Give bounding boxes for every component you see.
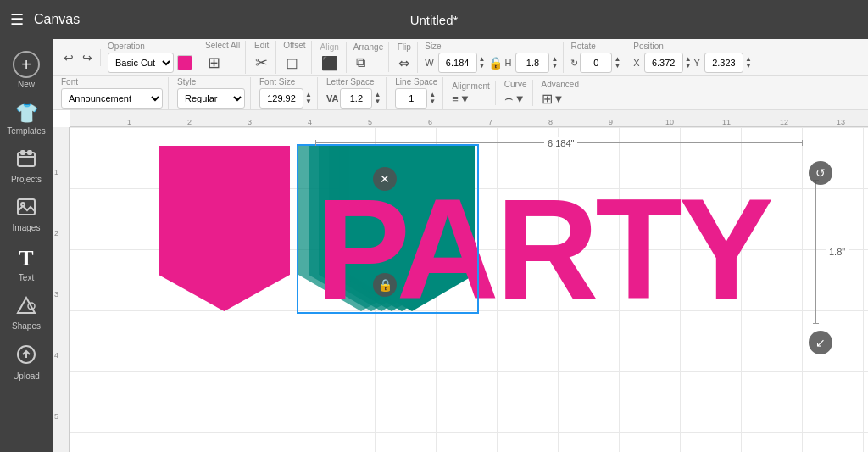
ruler-tick-4: 4 [308, 118, 312, 126]
ruler-tick-1: 1 [127, 118, 131, 126]
flip-group: Flip ⇔ [391, 42, 418, 73]
rotate-down[interactable]: ▼ [614, 63, 620, 70]
color-swatch[interactable] [177, 55, 192, 70]
select-all-button[interactable]: ⊞ [205, 52, 223, 74]
select-all-label: Select All [205, 41, 240, 50]
ruler-tick-v5: 5 [54, 412, 58, 421]
sidebar-item-projects[interactable]: Projects [3, 144, 50, 189]
curve-label: Curve [504, 80, 527, 89]
x-down[interactable]: ▼ [685, 63, 692, 70]
edit-button[interactable]: ✂ [253, 52, 270, 74]
align-left-button[interactable]: ≡ [452, 92, 459, 105]
edit-group: Edit ✂ [248, 41, 276, 74]
alignment-group: Alignment ≡ ▼ [447, 81, 495, 105]
ruler-tick-11: 11 [722, 118, 731, 126]
font-label: Font [61, 77, 163, 86]
offset-button[interactable]: ◻ [283, 52, 301, 74]
x-input[interactable] [644, 53, 683, 73]
line-space-input[interactable] [395, 88, 427, 109]
line-space-group: Line Space ▲ ▼ [390, 77, 443, 109]
party-text[interactable]: PARTY [315, 178, 771, 321]
sidebar-new-label: New [18, 80, 35, 89]
x-label: X [633, 58, 639, 68]
projects-icon [16, 149, 36, 173]
sidebar-images-label: Images [13, 223, 41, 232]
ruler-tick-7: 7 [488, 118, 492, 126]
font-size-down[interactable]: ▼ [305, 98, 312, 105]
align-center-button[interactable]: ▼ [459, 92, 470, 105]
height-input[interactable] [515, 53, 549, 73]
curve-dropdown[interactable]: ▼ [515, 91, 526, 106]
canvas-content[interactable]: ✕ 🔒 PARTY ↺ ↙ 6.184" 1.8" [70, 127, 868, 452]
width-input[interactable] [438, 53, 477, 73]
style-select[interactable]: Regular [177, 88, 245, 109]
letter-space-down[interactable]: ▼ [374, 98, 381, 105]
new-icon: + [13, 51, 40, 78]
style-group: Style Regular [172, 77, 251, 109]
hamburger-icon[interactable]: ☰ [10, 10, 24, 29]
operation-group: Operation Basic Cut [103, 42, 198, 73]
font-size-label: Font Size [259, 77, 312, 86]
delete-handle[interactable]: ✕ [373, 167, 397, 191]
lock-proportions-icon[interactable]: 🔒 [488, 56, 503, 70]
arrange-label: Arrange [353, 42, 384, 52]
pink-banner[interactable] [159, 146, 290, 311]
canvas-area: 1 2 3 4 5 6 7 8 9 10 11 12 13 1 2 3 4 5 [53, 110, 868, 452]
sidebar-item-shapes[interactable]: Shapes [3, 291, 50, 336]
letter-space-label: Letter Space [326, 77, 381, 86]
arrange-button[interactable]: ⧉ [353, 53, 368, 72]
align-button[interactable]: ⬛ [319, 53, 341, 73]
sidebar-projects-label: Projects [11, 175, 42, 184]
top-nav: ☰ Canvas Untitled* [0, 0, 868, 39]
arrange-group: Arrange ⧉ [348, 42, 390, 72]
width-dimension-label: 6.184" [544, 137, 577, 149]
lock-handle[interactable]: 🔒 [373, 273, 397, 297]
letter-space-input[interactable] [340, 88, 372, 109]
ruler-left: 1 2 3 4 5 [53, 127, 70, 452]
advanced-button[interactable]: ⊞ [542, 91, 553, 107]
sidebar-shapes-label: Shapes [12, 321, 41, 331]
alignment-label: Alignment [452, 81, 489, 91]
advanced-dropdown[interactable]: ▼ [554, 91, 565, 107]
ruler-tick-v2: 2 [54, 229, 58, 237]
align-label: Align [319, 42, 341, 52]
svg-marker-6 [18, 298, 35, 313]
font-size-input[interactable] [259, 88, 303, 109]
edit-label: Edit [253, 41, 270, 50]
font-size-group: Font Size ▲ ▼ [254, 77, 318, 109]
sidebar-item-new[interactable]: + New [3, 46, 50, 94]
font-select[interactable]: Announcement [61, 88, 163, 109]
sidebar-item-templates[interactable]: 👕 Templates [3, 98, 50, 141]
operation-select[interactable]: Basic Cut [108, 53, 174, 73]
curve-button[interactable]: ⌢ [504, 91, 514, 106]
redo-button[interactable]: ↪ [80, 49, 95, 66]
position-group: Position X ▲ ▼ Y ▲ ▼ [628, 42, 757, 73]
rotate-handle[interactable]: ↺ [809, 161, 832, 185]
offset-group: Offset ◻ [278, 41, 312, 74]
advanced-label: Advanced [542, 80, 579, 89]
sidebar-item-text[interactable]: T Text [3, 241, 50, 287]
y-down[interactable]: ▼ [745, 63, 752, 70]
sidebar-upload-label: Upload [13, 371, 40, 381]
size-group: Size W ▲ ▼ 🔒 H ▲ ▼ [420, 42, 564, 73]
select-all-group: Select All ⊞ [200, 41, 246, 74]
svg-rect-1 [18, 156, 35, 158]
height-down[interactable]: ▼ [551, 63, 558, 70]
curve-group: Curve ⌢ ▼ [499, 80, 533, 106]
undo-button[interactable]: ↩ [61, 49, 76, 66]
rotate-input[interactable] [580, 53, 612, 73]
ruler-tick-12: 12 [780, 118, 788, 126]
toolbar-row1: ↩ ↪ Operation Basic Cut Select All ⊞ Edi… [53, 39, 868, 76]
sidebar-templates-label: Templates [7, 126, 46, 136]
svg-rect-4 [18, 199, 35, 215]
line-space-down[interactable]: ▼ [429, 98, 436, 105]
width-down[interactable]: ▼ [479, 63, 486, 70]
align-group: Align ⬛ [314, 42, 347, 73]
y-input[interactable] [704, 53, 743, 73]
sidebar-item-upload[interactable]: Upload [3, 339, 50, 386]
flip-button[interactable]: ⇔ [396, 53, 412, 73]
letter-space-icon: VA [326, 93, 338, 103]
sidebar-item-images[interactable]: Images [3, 193, 50, 237]
scale-handle[interactable]: ↙ [809, 331, 832, 354]
ruler-tick-v3: 3 [54, 290, 58, 299]
